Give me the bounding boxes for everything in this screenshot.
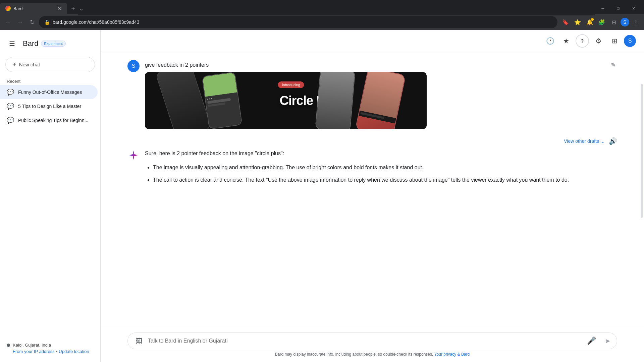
from-ip-link[interactable]: From your IP address (13, 349, 55, 354)
chat-icon-1: 💬 (7, 88, 14, 96)
chat-input[interactable] (148, 338, 582, 344)
new-tab-button[interactable]: + (68, 4, 78, 13)
bard-message-row: Sure, here is 2 pointer feedback on the … (127, 149, 617, 184)
privacy-link[interactable]: Your privacy & Bard (434, 352, 470, 357)
image-upload-button[interactable]: 🖼 (133, 335, 145, 347)
url-text: bard.google.com/chat/58a0b85f83c9ad43 (53, 19, 552, 25)
bard-bullet-list: The image is visually appealing and atte… (145, 163, 617, 184)
chrome-profile-avatar[interactable]: S (621, 18, 629, 26)
bard-message-content: Sure, here is 2 pointer feedback on the … (145, 149, 617, 184)
view-drafts-label: View other drafts (564, 138, 599, 144)
header-icons: 🕐 ★ ? ⚙ ⊞ S (543, 34, 636, 48)
chrome-menu-icon[interactable]: ⋮ (631, 17, 641, 27)
address-bar[interactable]: 🔒 bard.google.com/chat/58a0b85f83c9ad43 (39, 16, 557, 28)
bard-logo: Bard Experiment (23, 39, 66, 48)
chat-area: S give feedback in 2 pointers (101, 52, 644, 327)
update-location-link[interactable]: Update location (59, 349, 89, 354)
bard-star-icon (127, 149, 140, 161)
main-content: 🕐 ★ ? ⚙ ⊞ S S give feedback in 2 pointer… (101, 30, 644, 362)
chevron-down-icon: ⌄ (600, 138, 605, 144)
forward-button[interactable]: → (15, 17, 25, 27)
bookmark-button[interactable]: ★ (559, 34, 573, 48)
hamburger-menu-button[interactable]: ☰ (5, 37, 19, 50)
image-background: ● ● ● Introducing Circle Plus (145, 72, 427, 129)
bard-bullet-1: The image is visually appealing and atte… (153, 163, 617, 172)
sidebar-item-funny-messages[interactable]: 💬 Funny Out-of-Office Messages (0, 85, 98, 99)
help-button[interactable]: ? (576, 34, 589, 48)
location-dot-icon (7, 344, 10, 347)
notifications-icon[interactable]: 🔔 (584, 17, 595, 27)
bard-response-row: View other drafts ⌄ 🔊 (127, 137, 617, 184)
disclaimer-text: Bard may display inaccurate info, includ… (127, 352, 617, 357)
bard-bullet-2: The call to action is clear and concise.… (153, 176, 617, 184)
chat-item-label-2: 5 Tips to Design Like a Master (18, 104, 91, 109)
user-message-row: S give feedback in 2 pointers (127, 60, 617, 129)
new-chat-button[interactable]: + New chat (5, 57, 95, 72)
profile-avatar[interactable]: S (624, 35, 636, 47)
extensions-icon[interactable]: 🧩 (596, 17, 607, 27)
app-header: 🕐 ★ ? ⚙ ⊞ S (101, 30, 644, 52)
introducing-badge: Introducing (278, 81, 304, 88)
chat-icon-3: 💬 (7, 117, 14, 124)
chat-item-label-1: Funny Out-of-Office Messages (18, 89, 91, 95)
bard-logo-text: Bard (23, 39, 38, 48)
phone-center-left: ● ● ● (202, 72, 242, 129)
phone-right-2 (355, 72, 406, 129)
tab-expand-icon[interactable]: ⌄ (79, 5, 84, 12)
tab-favicon (5, 6, 11, 11)
experiment-badge: Experiment (41, 41, 66, 47)
back-button[interactable]: ← (3, 17, 13, 27)
view-other-drafts-button[interactable]: View other drafts ⌄ (564, 138, 605, 144)
user-avatar: S (127, 60, 140, 72)
bookmark-icon[interactable]: ⭐ (572, 17, 583, 27)
phone-right-1 (315, 72, 356, 129)
chat-item-label-3: Public Speaking Tips for Beginn... (18, 118, 91, 123)
new-chat-label: New chat (19, 62, 40, 67)
sidebar: ☰ Bard Experiment + New chat Recent 💬 Fu… (0, 30, 101, 362)
save-page-icon[interactable]: 🔖 (560, 17, 571, 27)
recent-section-label: Recent (0, 75, 100, 85)
tab-close-button[interactable]: ✕ (56, 6, 62, 11)
microphone-button[interactable]: 🎤 (585, 334, 598, 348)
input-area: 🖼 🎤 ➤ Bard may display inaccurate info, … (101, 327, 644, 362)
input-box: 🖼 🎤 ➤ (127, 333, 617, 349)
sidebar-item-speaking-tips[interactable]: 💬 Public Speaking Tips for Beginn... (0, 113, 98, 127)
bard-response-header: View other drafts ⌄ 🔊 (127, 137, 617, 145)
sidebar-item-design-tips[interactable]: 💬 5 Tips to Design Like a Master (0, 99, 98, 113)
lock-icon: 🔒 (44, 19, 50, 25)
sidebar-header: ☰ Bard Experiment (0, 33, 100, 54)
side-panel-icon[interactable]: ⊟ (608, 17, 619, 27)
location-text: Kalol, Gujarat, India (13, 343, 51, 348)
refresh-button[interactable]: ↻ (27, 17, 38, 27)
user-message-content: give feedback in 2 pointers ● ● ● (145, 60, 604, 129)
tab-title: Bard (13, 6, 54, 11)
sidebar-footer: Kalol, Gujarat, India From your IP addre… (0, 337, 100, 359)
close-window-button[interactable]: ✕ (626, 3, 641, 14)
user-message-text: give feedback in 2 pointers (145, 60, 604, 68)
scrollbar-thumb[interactable] (641, 84, 643, 218)
chat-icon-2: 💬 (7, 103, 14, 110)
maximize-button[interactable]: □ (610, 3, 626, 14)
history-button[interactable]: 🕐 (543, 34, 557, 48)
bard-intro-text: Sure, here is 2 pointer feedback on the … (145, 149, 617, 158)
edit-message-button[interactable]: ✎ (609, 60, 617, 70)
volume-button[interactable]: 🔊 (609, 137, 617, 145)
plus-icon: + (12, 61, 16, 68)
active-tab[interactable]: Bard ✕ (0, 3, 67, 14)
minimize-button[interactable]: ─ (595, 3, 610, 14)
settings-button[interactable]: ⚙ (592, 34, 605, 48)
circle-plus-image: ● ● ● Introducing Circle Plus (145, 72, 427, 129)
apps-button[interactable]: ⊞ (608, 34, 621, 48)
send-button[interactable]: ➤ (601, 334, 614, 348)
